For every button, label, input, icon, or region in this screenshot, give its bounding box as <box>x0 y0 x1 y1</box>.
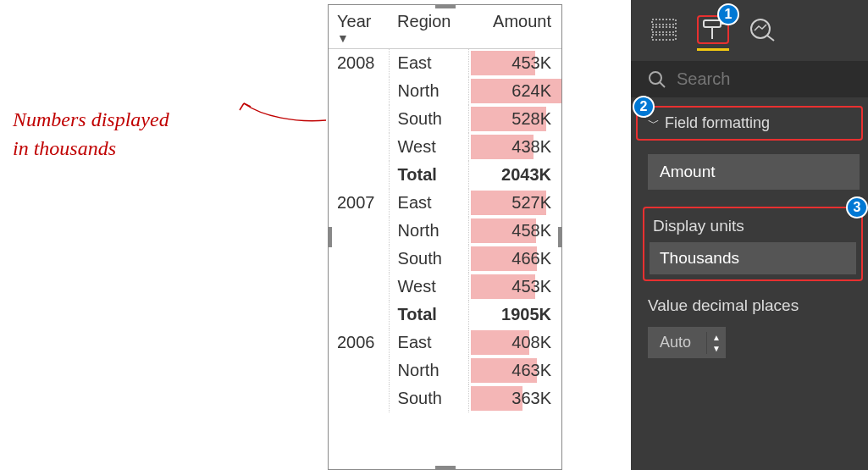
resize-handle-bottom[interactable] <box>435 466 456 470</box>
format-panel: 1 2 ﹀ Field formatting Amount 3 Display … <box>631 0 868 470</box>
decimal-spinner[interactable]: Auto ▲ ▼ <box>648 327 726 358</box>
cell-amount: 453K <box>468 273 561 301</box>
panel-tabs: 1 <box>631 0 868 53</box>
cell-region: East <box>389 189 468 217</box>
table-row: North458K <box>329 217 561 245</box>
cell-amount: 1905K <box>468 301 561 329</box>
table-row: 2008East453K <box>329 49 561 78</box>
resize-handle-left[interactable] <box>328 227 332 247</box>
cell-amount: 463K <box>468 357 561 384</box>
spin-down-icon[interactable]: ▼ <box>707 343 726 354</box>
cell-amount: 2043K <box>468 161 561 189</box>
cell-region: North <box>389 217 468 245</box>
field-formatting-header[interactable]: 2 ﹀ Field formatting <box>636 106 863 141</box>
annotation-text: Numbers displayed in thousands <box>13 106 169 163</box>
cell-amount: 466K <box>468 245 561 273</box>
cell-region: East <box>389 329 468 357</box>
cell-amount: 528K <box>468 105 561 133</box>
amount-text: 408K <box>511 333 551 351</box>
callout-1: 1 <box>717 3 739 25</box>
amount-text: 363K <box>511 389 551 407</box>
amount-text: 453K <box>511 53 551 72</box>
amount-text: 2043K <box>501 165 551 184</box>
table-row: West453K <box>329 273 561 301</box>
sort-desc-icon: ▼ <box>337 31 380 45</box>
cell-year <box>329 357 389 384</box>
cell-amount: 363K <box>468 384 561 412</box>
table-row: 2007East527K <box>329 189 561 217</box>
svg-line-7 <box>767 36 774 41</box>
amount-text: 1905K <box>501 305 551 323</box>
cell-region: West <box>389 133 468 161</box>
data-table: Year ▼ Region Amount 2008East453KNorth62… <box>329 5 561 412</box>
svg-rect-3 <box>704 20 721 27</box>
search-input[interactable] <box>677 69 851 89</box>
search-bar[interactable] <box>631 61 868 97</box>
table-row: Total2043K <box>329 161 561 189</box>
svg-rect-2 <box>652 35 676 40</box>
cell-amount: 527K <box>468 189 561 217</box>
svg-rect-0 <box>652 19 676 25</box>
annotation-line2: in thousands <box>13 137 116 159</box>
table-header-row: Year ▼ Region Amount <box>329 5 561 49</box>
cell-region: West <box>389 273 468 301</box>
decimal-places-group: Value decimal places Auto ▲ ▼ <box>648 293 860 358</box>
cell-region: South <box>389 105 468 133</box>
cell-amount: 453K <box>468 49 561 78</box>
cell-amount: 438K <box>468 133 561 161</box>
field-selector[interactable]: Amount <box>648 154 860 190</box>
spin-up-icon[interactable]: ▲ <box>707 332 726 343</box>
amount-text: 624K <box>511 81 551 100</box>
decimal-places-label: Value decimal places <box>648 293 860 322</box>
table-row: South466K <box>329 245 561 273</box>
fields-tab-icon[interactable] <box>648 15 680 44</box>
cell-year <box>329 245 389 273</box>
resize-handle-top[interactable] <box>435 4 456 8</box>
callout-3: 3 <box>846 196 868 218</box>
svg-line-9 <box>660 82 665 87</box>
table-row: 2006East408K <box>329 329 561 357</box>
chevron-down-icon: ﹀ <box>648 116 660 131</box>
amount-text: 528K <box>511 109 551 128</box>
amount-text: 466K <box>511 249 551 268</box>
display-units-value[interactable]: Thousands <box>650 242 856 274</box>
table-row: South363K <box>329 384 561 412</box>
format-tab-icon[interactable]: 1 <box>697 15 729 44</box>
cell-year <box>329 133 389 161</box>
section-label: Field formatting <box>665 114 770 132</box>
callout-2: 2 <box>633 96 655 118</box>
amount-text: 453K <box>511 277 551 296</box>
table-row: North463K <box>329 357 561 384</box>
decimal-value: Auto <box>648 327 706 358</box>
amount-text: 458K <box>511 221 551 240</box>
cell-amount: 408K <box>468 329 561 357</box>
cell-year <box>329 77 389 105</box>
cell-amount: 624K <box>468 77 561 105</box>
analytics-tab-icon[interactable] <box>746 15 778 44</box>
cell-year <box>329 384 389 412</box>
cell-year: 2006 <box>329 329 389 357</box>
display-units-group: 3 Display units Thousands <box>643 207 863 281</box>
search-icon <box>648 70 666 89</box>
cell-region: Total <box>389 161 468 189</box>
annotation-line1: Numbers displayed <box>13 108 169 130</box>
header-amount[interactable]: Amount <box>468 5 561 49</box>
table-row: South528K <box>329 105 561 133</box>
table-visual[interactable]: Year ▼ Region Amount 2008East453KNorth62… <box>328 4 562 470</box>
table-row: North624K <box>329 77 561 105</box>
header-region[interactable]: Region <box>389 5 468 49</box>
svg-point-6 <box>751 19 770 38</box>
spinner-buttons: ▲ ▼ <box>706 332 726 354</box>
cell-year <box>329 217 389 245</box>
cell-region: South <box>389 245 468 273</box>
table-row: West438K <box>329 133 561 161</box>
annotation-arrow <box>237 93 330 127</box>
amount-text: 527K <box>511 193 551 212</box>
table-row: Total1905K <box>329 301 561 329</box>
cell-year <box>329 273 389 301</box>
amount-text: 438K <box>511 137 551 156</box>
cell-amount: 458K <box>468 217 561 245</box>
cell-year <box>329 105 389 133</box>
amount-text: 463K <box>511 361 551 379</box>
header-year[interactable]: Year ▼ <box>329 5 389 49</box>
